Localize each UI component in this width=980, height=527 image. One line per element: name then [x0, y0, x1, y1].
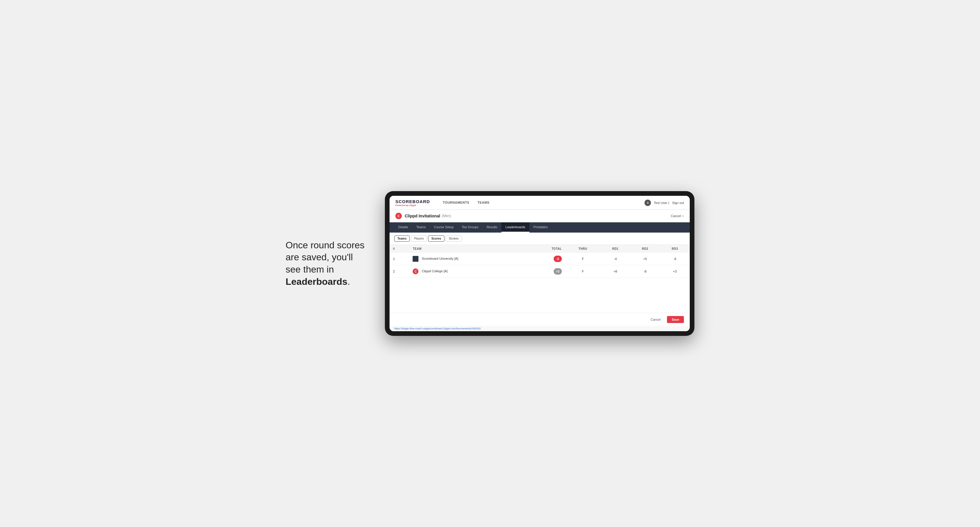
- thru-1: F: [565, 253, 600, 265]
- tournament-name: Clippd Invitational: [405, 214, 440, 218]
- tournament-cancel-button[interactable]: Cancel ×: [671, 214, 684, 218]
- status-bar: https://stage-blue-coach.stagescoreboard…: [390, 326, 690, 331]
- tab-leaderboards[interactable]: Leaderboards: [501, 222, 530, 233]
- content-spacer: [390, 278, 690, 313]
- top-nav: SCOREBOARD Powered by clippd TOURNAMENTS…: [390, 196, 690, 210]
- table-row: 2 C Clippd College [A] +3 F +8 -8 +3: [390, 265, 690, 278]
- filter-teams-button[interactable]: Teams: [394, 235, 410, 241]
- logo-powered: Powered by clippd: [395, 204, 430, 206]
- bottom-bar: Cancel Save: [390, 313, 690, 326]
- col-rd3: RD3: [660, 245, 690, 253]
- rank-1: 1: [390, 253, 409, 265]
- total-2: +3: [527, 265, 565, 278]
- page-wrapper: Once round scores are saved, you'll see …: [286, 191, 694, 336]
- save-button[interactable]: Save: [667, 316, 684, 323]
- rd1-1: -4: [600, 253, 630, 265]
- rd2-2: -8: [630, 265, 660, 278]
- filter-strokes-button[interactable]: Strokes: [445, 235, 462, 241]
- tab-details[interactable]: Details: [394, 222, 412, 233]
- tournament-icon: C: [395, 213, 402, 219]
- table-row: 1 Scoreboard University [A] -5 F -4 +5 -…: [390, 253, 690, 265]
- nav-signout[interactable]: Sign out: [672, 201, 684, 205]
- rd2-1: +5: [630, 253, 660, 265]
- col-total: TOTAL: [527, 245, 565, 253]
- tab-teams[interactable]: Teams: [412, 222, 430, 233]
- col-rd2: RD2: [630, 245, 660, 253]
- status-url: https://stage-blue-coach.stagescoreboard…: [394, 327, 480, 330]
- team-logo-1: [413, 256, 418, 262]
- filter-players-button[interactable]: Players: [411, 235, 427, 241]
- total-1: -5: [527, 253, 565, 265]
- tab-printables[interactable]: Printables: [530, 222, 552, 233]
- tournament-category: (Men): [442, 214, 451, 218]
- rd3-2: +3: [660, 265, 690, 278]
- nav-links: TOURNAMENTS TEAMS: [439, 196, 493, 210]
- team-name-2: Clippd College [A]: [422, 269, 448, 273]
- tab-bar: Details Teams Course Setup Tee Groups Re…: [390, 222, 690, 233]
- team-2: C Clippd College [A]: [409, 265, 527, 278]
- col-rank: #: [390, 245, 409, 253]
- tablet-frame: SCOREBOARD Powered by clippd TOURNAMENTS…: [385, 191, 694, 336]
- total-badge-2: +3: [554, 268, 562, 275]
- tab-results[interactable]: Results: [482, 222, 501, 233]
- rd1-2: +8: [600, 265, 630, 278]
- tab-tee-groups[interactable]: Tee Groups: [458, 222, 482, 233]
- nav-tournaments[interactable]: TOURNAMENTS: [439, 196, 473, 210]
- filter-scores-button[interactable]: Scores: [428, 235, 444, 241]
- nav-user-text: Test User |: [654, 201, 669, 205]
- team-name-1: Scoreboard University [A]: [422, 257, 458, 260]
- tab-course-setup[interactable]: Course Setup: [430, 222, 458, 233]
- user-avatar: S: [644, 200, 651, 206]
- logo-title: SCOREBOARD: [395, 199, 430, 204]
- logo-area: SCOREBOARD Powered by clippd: [395, 199, 430, 206]
- team-1: Scoreboard University [A]: [409, 253, 527, 265]
- thru-2: F: [565, 265, 600, 278]
- tablet-screen: SCOREBOARD Powered by clippd TOURNAMENTS…: [390, 196, 690, 331]
- rank-2: 2: [390, 265, 409, 278]
- nav-right: S Test User | Sign out: [644, 200, 684, 206]
- cancel-button[interactable]: Cancel: [647, 316, 664, 323]
- table-header-row: # TEAM TOTAL THRU RD1 RD2 RD3: [390, 245, 690, 253]
- tournament-header: C Clippd Invitational (Men) Cancel ×: [390, 210, 690, 222]
- filter-row: Teams Players Scores Strokes: [390, 233, 690, 245]
- team-logo-2: C: [413, 268, 418, 274]
- side-description: Once round scores are saved, you'll see …: [286, 239, 368, 288]
- total-badge-1: -5: [554, 256, 562, 262]
- col-rd1: RD1: [600, 245, 630, 253]
- cancel-x-icon: ×: [682, 214, 684, 218]
- col-team: TEAM: [409, 245, 527, 253]
- rd3-1: -6: [660, 253, 690, 265]
- col-thru: THRU: [565, 245, 600, 253]
- leaderboard-table: # TEAM TOTAL THRU RD1 RD2 RD3 1 Sc: [390, 245, 690, 278]
- nav-teams[interactable]: TEAMS: [473, 196, 493, 210]
